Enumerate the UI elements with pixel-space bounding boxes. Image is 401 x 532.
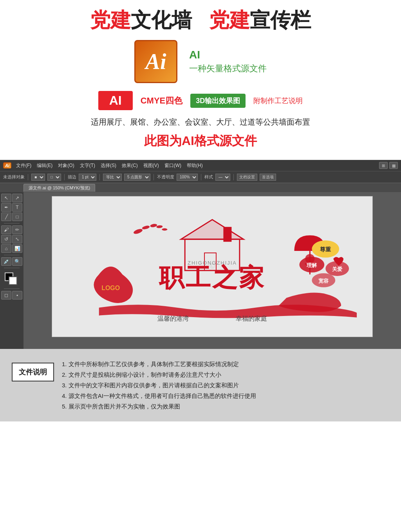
- menu-edit[interactable]: 编辑(E): [34, 162, 55, 170]
- toolbar-divider-4: [154, 174, 154, 180]
- ai-menu-icon: Ai: [3, 162, 11, 169]
- tool-row-5: ↺ ⤡: [1, 235, 22, 243]
- svg-marker-9: [181, 220, 244, 240]
- svg-text:LOGO: LOGO: [101, 285, 120, 291]
- ai-format-sub: 一种矢量格式源文件: [189, 63, 267, 74]
- file-desc-badge: 文件说明: [12, 363, 54, 381]
- menu-object[interactable]: 对象(O): [56, 162, 76, 170]
- svg-text:温馨的港湾: 温馨的港湾: [157, 315, 189, 322]
- ai-ui-section: Ai 文件(F) 编辑(E) 对象(O) 文字(T) 选择(S) 效果(C) 视…: [0, 160, 401, 349]
- tool-row-4: 🖌 ✏: [1, 225, 22, 234]
- tool-select[interactable]: ↖: [1, 194, 11, 202]
- note-4: 4. 源文件包含AI一种文件格式，使用者可自行选择自己熟悉的软件进行使用: [62, 390, 389, 401]
- badge-note: 附制作工艺说明: [253, 96, 303, 105]
- title-black-1: 文化墙: [131, 9, 192, 31]
- tool-rect[interactable]: □: [12, 212, 22, 221]
- note-1: 1. 文件中所标制作工艺仅供参考，具体制作工艺要根据实际情况制定: [62, 359, 389, 369]
- stroke-color-select[interactable]: ■: [31, 174, 45, 181]
- title-red-2: 党建: [209, 9, 250, 31]
- tool-warp[interactable]: ⌂: [1, 244, 11, 253]
- svg-text:理解: 理解: [306, 262, 317, 268]
- note-2: 2. 文件尺寸是投稿比例缩小设计，制作时请务必注意尺寸大小: [62, 369, 389, 380]
- menu-view[interactable]: 视图(V): [141, 162, 161, 170]
- bottom-section: 文件说明 1. 文件中所标制作工艺仅供参考，具体制作工艺要根据实际情况制定 2.…: [0, 349, 401, 421]
- canvas-white: LOGO 职工之家 ZHIGONGZHIJIA: [52, 196, 373, 337]
- menu-help[interactable]: 帮助(H): [184, 162, 205, 170]
- opacity-select[interactable]: 100%: [177, 174, 198, 181]
- background-color[interactable]: [9, 276, 17, 285]
- menu-icon-2[interactable]: ▦: [389, 162, 398, 169]
- svg-point-1: [142, 225, 150, 230]
- title-black-2: 宣传栏: [250, 9, 311, 31]
- stroke-label: 描边: [68, 174, 76, 180]
- toolbar-divider-1: [28, 174, 28, 180]
- tool-row-3: ╱ □: [1, 212, 22, 221]
- format-row: Ai AI 一种矢量格式源文件: [12, 40, 389, 83]
- tool-sep-2: [4, 255, 20, 255]
- badge-row: AI CMYE四色 3D输出效果图 附制作工艺说明: [12, 91, 389, 110]
- tool-row-1: ↖ ↗: [1, 194, 22, 202]
- title-red-1: 党建: [90, 9, 131, 31]
- status-label: 未选择对象: [3, 174, 25, 180]
- toolbar-divider-2: [64, 174, 65, 180]
- highlight-text: 此图为AI格式源文件: [12, 133, 389, 150]
- tool-rotate[interactable]: ↺: [1, 235, 11, 243]
- menu-select[interactable]: 选择(S): [98, 162, 119, 170]
- tool-sep-4: [4, 289, 20, 289]
- tool-zoom[interactable]: 🔍: [12, 257, 22, 266]
- proportion-select[interactable]: 等比: [103, 174, 122, 181]
- menu-window[interactable]: 窗口(W): [162, 162, 184, 170]
- tool-sep-3: [4, 268, 20, 268]
- note-3: 3. 文件中的文字和图片内容仅供参考，图片请根据自己的文案和图片: [62, 380, 389, 390]
- style-label: 样式: [204, 174, 213, 180]
- svg-point-4: [162, 229, 167, 231]
- tool-row-6: ⌂ 📊: [1, 244, 22, 253]
- note-5: 5. 展示页中所含图片并不为实物，仅为效果图: [62, 401, 389, 412]
- tool-direct-select[interactable]: ↗: [12, 194, 22, 202]
- toolbar: 未选择对象 ■ □ 描边 1 pt 等比 5 点圆形 不透明度 100% 样式 …: [0, 171, 401, 183]
- notes-list: 1. 文件中所标制作工艺仅供参考，具体制作工艺要根据实际情况制定 2. 文件尺寸…: [62, 359, 389, 412]
- opacity-label: 不透明度: [157, 174, 174, 180]
- badge-3d: 3D输出效果图: [190, 94, 246, 108]
- tool-line[interactable]: ╱: [1, 212, 11, 221]
- badge-cmyk: CMYE四色: [141, 95, 183, 107]
- file-tab[interactable]: 源文件.ai @ 150% (CMYK/预览): [23, 184, 95, 192]
- menu-icon-1[interactable]: ⊞: [379, 162, 388, 169]
- tool-graph[interactable]: 📊: [12, 244, 22, 253]
- menu-icons: ⊞ ▦: [379, 162, 398, 169]
- tool-row-7: 💉 🔍: [1, 257, 22, 266]
- svg-text:宽容: 宽容: [318, 278, 329, 284]
- svg-point-3: [156, 225, 163, 228]
- svg-text:幸福的家庭: 幸福的家庭: [236, 315, 267, 322]
- tool-pencil[interactable]: ✏: [12, 225, 22, 234]
- tool-brush[interactable]: 🖌: [1, 225, 11, 234]
- tool-eyedropper[interactable]: 💉: [1, 257, 11, 266]
- prefs-btn[interactable]: 首选项: [260, 174, 276, 181]
- tool-view1[interactable]: ◻: [1, 291, 11, 300]
- stroke-weight-select[interactable]: 1 pt: [79, 174, 96, 181]
- fill-color-select[interactable]: □: [47, 174, 61, 181]
- tab-bar: 源文件.ai @ 150% (CMYK/预览): [0, 183, 401, 192]
- svg-text:关爱: 关爱: [332, 266, 342, 272]
- design-svg: LOGO 职工之家 ZHIGONGZHIJIA: [60, 208, 365, 325]
- ai-logo-box: Ai: [134, 40, 177, 83]
- menu-file[interactable]: 文件(F): [14, 162, 34, 170]
- workspace: ↖ ↗ ✒ T ╱ □ 🖌 ✏ ↺ ⤡ ⌂ 📊: [0, 192, 401, 349]
- menu-text[interactable]: 文字(T): [78, 162, 98, 170]
- tools-panel: ↖ ↗ ✒ T ╱ □ 🖌 ✏ ↺ ⤡ ⌂ 📊: [0, 192, 23, 349]
- main-title: 党建文化墙 党建宣传栏: [12, 8, 389, 32]
- shape-select[interactable]: 5 点圆形: [124, 174, 150, 181]
- doc-settings-btn[interactable]: 文档设置: [237, 174, 257, 181]
- tool-view2[interactable]: ▪: [12, 291, 22, 300]
- ai-format-label: AI: [189, 49, 267, 61]
- tool-pen[interactable]: ✒: [1, 203, 11, 212]
- tool-text[interactable]: T: [12, 203, 22, 212]
- tool-row-8: ◻ ▪: [1, 291, 22, 300]
- menu-effect[interactable]: 效果(C): [119, 162, 140, 170]
- tool-scale[interactable]: ⤡: [12, 235, 22, 243]
- tool-row-2: ✒ T: [1, 203, 22, 212]
- badge-ai: AI: [98, 91, 133, 110]
- top-section: 党建文化墙 党建宣传栏 Ai AI 一种矢量格式源文件 AI CMYE四色 3D…: [0, 0, 401, 160]
- toolbar-divider-3: [99, 174, 100, 180]
- style-select[interactable]: —: [215, 174, 230, 181]
